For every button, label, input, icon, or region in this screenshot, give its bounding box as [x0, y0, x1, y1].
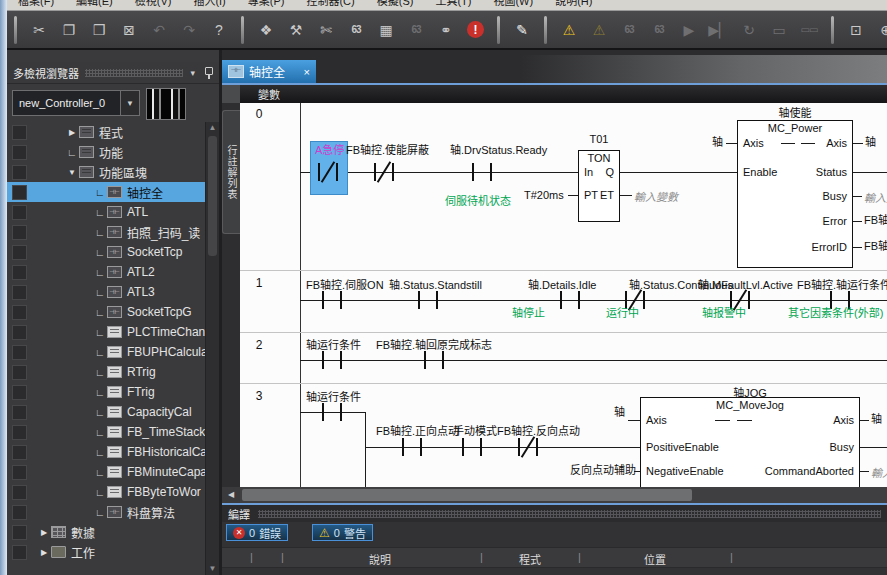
online-icon[interactable]: ⚠ [557, 18, 581, 42]
tree-item-FTrig[interactable]: ∟FTrig [7, 382, 219, 402]
tree-item-拍照_扫码_读[interactable]: ∟⊣⊢拍照_扫码_读 [7, 222, 219, 242]
pin-icon[interactable] [203, 67, 213, 79]
row-selector[interactable] [12, 165, 27, 180]
fb-output-operand[interactable]: 輸入變數 [864, 189, 887, 205]
tree-item-FBHistoricalCa[interactable]: ∟FBHistoricalCa [7, 442, 219, 462]
scroll-left-icon[interactable]: ◀ [222, 487, 240, 503]
help-icon[interactable]: ? [207, 18, 231, 42]
tree-item-SocketTcp[interactable]: ∟⊣⊢SocketTcp [7, 242, 219, 262]
delete-icon[interactable]: ⊠ [117, 18, 141, 42]
tree-item-ATL3[interactable]: ∟⊣⊢ATL3 [7, 282, 219, 302]
timer-et-output[interactable]: 輸入變數 [634, 188, 678, 204]
row-selector[interactable] [12, 185, 27, 200]
no-contact[interactable] [402, 438, 422, 456]
tree-item-CapacityCal[interactable]: ∟CapacityCal [7, 402, 219, 422]
no-contact[interactable] [424, 351, 444, 369]
tree-scrollbar[interactable]: ▲ ▼ [205, 122, 219, 575]
dropdown-arrow-icon[interactable]: ▼ [120, 91, 139, 115]
tree-item-功能區塊[interactable]: ▼功能區塊 [7, 162, 219, 182]
row-selector[interactable] [12, 245, 27, 260]
tree-item-工作[interactable]: ▶工作 [7, 542, 219, 562]
menu-item-3[interactable]: 插入(I) [182, 0, 236, 10]
menu-item-8[interactable]: 視圖(W) [482, 0, 544, 10]
step-icon[interactable]: ▶▏ [707, 18, 731, 42]
row-selector[interactable] [12, 305, 27, 320]
row-selector[interactable] [12, 365, 27, 380]
row-selector[interactable] [12, 225, 27, 240]
rung-number-1[interactable]: 1 [248, 276, 270, 290]
search-icon[interactable]: ⚭ [434, 18, 458, 42]
tree-item-FBByteToWor[interactable]: ∟FBByteToWor [7, 482, 219, 502]
menu-item-6[interactable]: 模擬(S) [366, 0, 425, 10]
tree-item-轴控全[interactable]: ∟⊣⊢轴控全 [7, 182, 219, 202]
row-selector[interactable] [12, 345, 27, 360]
row-selector[interactable] [12, 485, 27, 500]
watch-table-icon[interactable]: ▦ [374, 18, 398, 42]
tree-item-ATL2[interactable]: ∟⊣⊢ATL2 [7, 262, 219, 282]
ladder-editor[interactable]: 0 1 2 3 A急停 FB轴控.使能屏蔽 轴.DrvStatus.Ready … [240, 103, 887, 487]
variables-bar[interactable]: 變數 [240, 85, 887, 103]
contact-operand[interactable]: A急停 [315, 144, 344, 157]
controller-select[interactable]: new_Controller_0 ▼ [12, 90, 140, 116]
screen-pair-icon[interactable]: ▭▭ [797, 18, 821, 42]
row-selector[interactable] [12, 425, 27, 440]
tree-item-功能[interactable]: ∟功能 [7, 142, 219, 162]
nc-contact[interactable] [518, 438, 538, 456]
scrollbar-thumb[interactable] [208, 136, 217, 256]
scrollbar-thumb[interactable] [242, 489, 692, 501]
run-icon[interactable]: ▶ [677, 18, 701, 42]
no-contact[interactable] [560, 291, 580, 309]
row-comment-list-tab[interactable]: 行註解列表 [222, 110, 240, 234]
contact-operand[interactable]: FB轴控.反向点动 [497, 425, 580, 438]
expander-icon[interactable]: ▼ [65, 168, 79, 177]
tree-item-SocketTcpG[interactable]: ∟⊣⊢SocketTcpG [7, 302, 219, 322]
tree-item-PLCTimeChan[interactable]: ∟PLCTimeChan [7, 322, 219, 342]
scroll-down-icon[interactable]: ▼ [206, 563, 219, 575]
contact-operand[interactable]: FB轴控.正向点动 [376, 425, 459, 438]
expander-icon[interactable]: ▶ [37, 548, 51, 557]
fb-instance-comment[interactable]: 轴使能 [737, 104, 853, 120]
mc-power-block[interactable]: MC_Power Axis Axis Enable Status Busy Er… [737, 120, 853, 268]
column-location[interactable]: 位置 [585, 551, 725, 567]
column-description[interactable]: 說明 [300, 551, 460, 567]
fb-output-operand[interactable]: 輸入變數 [871, 464, 887, 480]
mc-movejog-block[interactable]: MC_MoveJog Axis Axis PositiveEnable Busy… [640, 397, 860, 487]
no-contact[interactable] [462, 438, 482, 456]
expander-icon[interactable]: ▶ [65, 128, 79, 137]
fb-input-operand[interactable]: 反向点动辅助 [556, 464, 636, 477]
fb-output-operand[interactable]: 轴 [871, 413, 882, 426]
timer-pt-value[interactable]: T#20ms [524, 189, 564, 202]
timer-instance-name[interactable]: T01 [578, 133, 620, 145]
row-selector[interactable] [12, 285, 27, 300]
warnings-filter-button[interactable]: ⚠ 0 警告 [312, 524, 373, 541]
fb-output-operand[interactable]: FB轴 [864, 214, 887, 227]
fb-output-operand[interactable]: 轴 [865, 136, 876, 149]
menu-item-5[interactable]: 控制器(C) [295, 0, 365, 10]
tree-item-數據[interactable]: ▶數據 [7, 522, 219, 542]
zoom-icon[interactable]: ⊕ [874, 18, 887, 42]
row-selector[interactable] [12, 545, 27, 560]
tree-item-FB_TimeStack[interactable]: ∟FB_TimeStack [7, 422, 219, 442]
menu-item-2[interactable]: 檢視(V) [124, 0, 183, 10]
row-selector[interactable] [12, 445, 27, 460]
column-program[interactable]: 程式 [485, 551, 575, 567]
watch-window-icon[interactable]: 63 [344, 18, 368, 42]
editor-hscrollbar[interactable] [240, 487, 887, 503]
no-contact[interactable] [322, 351, 342, 369]
errors-filter-button[interactable]: ✕ 0 錯誤 [226, 524, 288, 541]
nc-contact[interactable] [318, 163, 338, 181]
tree-item-ATL[interactable]: ∟⊣⊢ATL [7, 202, 219, 222]
paste-icon[interactable]: ❒ [87, 18, 111, 42]
editor-window-icon[interactable]: ❖ [254, 18, 278, 42]
copy-icon[interactable]: ❐ [57, 18, 81, 42]
offline-icon[interactable]: ⚠ [587, 18, 611, 42]
fb-output-operand[interactable]: FB轴 [864, 240, 887, 253]
scroll-up-icon[interactable]: ▲ [206, 122, 219, 134]
menu-item-0[interactable]: 檔案(F) [7, 0, 65, 10]
monitor-stop-icon[interactable]: 63 [647, 18, 671, 42]
cut-icon[interactable]: ✂ [27, 18, 51, 42]
rung-number-2[interactable]: 2 [248, 338, 270, 352]
menu-item-4[interactable]: 專案(P) [237, 0, 296, 10]
ton-timer-block[interactable]: TON In Q PT ET [578, 150, 620, 222]
contact-operand[interactable]: 手动模式 [453, 425, 497, 438]
